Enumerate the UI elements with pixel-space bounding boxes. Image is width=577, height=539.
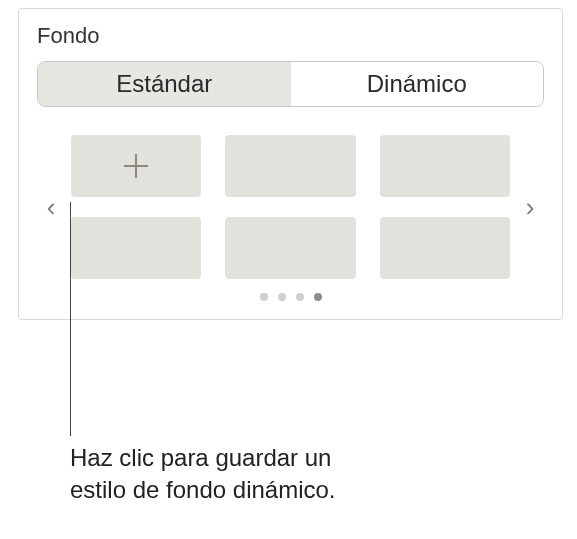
page-dot[interactable]: [260, 293, 268, 301]
callout-line: [70, 202, 71, 436]
background-panel: Fondo Estándar Dinámico ‹: [18, 8, 563, 320]
page-dot[interactable]: [278, 293, 286, 301]
thumbnail-grid: [71, 135, 510, 279]
page-dot[interactable]: [296, 293, 304, 301]
plus-icon: [118, 148, 154, 184]
add-style-thumbnail[interactable]: [71, 135, 201, 197]
pagination-dots: [37, 293, 544, 301]
preset-thumbnail[interactable]: [380, 135, 510, 197]
carousel-prev-button[interactable]: ‹: [37, 147, 65, 267]
tab-standard-label: Estándar: [116, 70, 212, 98]
preset-thumbnail[interactable]: [71, 217, 201, 279]
preset-thumbnail[interactable]: [225, 217, 355, 279]
thumbnail-carousel: ‹ ›: [37, 135, 544, 279]
callout-line1: Haz clic para guardar un: [70, 442, 336, 474]
tab-dynamic-label: Dinámico: [367, 70, 467, 98]
callout-text: Haz clic para guardar un estilo de fondo…: [70, 442, 336, 507]
preset-thumbnail[interactable]: [380, 217, 510, 279]
chevron-right-icon: ›: [526, 192, 535, 223]
callout-line2: estilo de fondo dinámico.: [70, 474, 336, 506]
panel-title: Fondo: [37, 23, 544, 49]
preset-thumbnail[interactable]: [225, 135, 355, 197]
chevron-left-icon: ‹: [47, 192, 56, 223]
tab-dynamic[interactable]: Dinámico: [291, 62, 544, 106]
tab-standard[interactable]: Estándar: [38, 62, 291, 106]
background-type-segmented: Estándar Dinámico: [37, 61, 544, 107]
carousel-next-button[interactable]: ›: [516, 147, 544, 267]
page-dot-active[interactable]: [314, 293, 322, 301]
